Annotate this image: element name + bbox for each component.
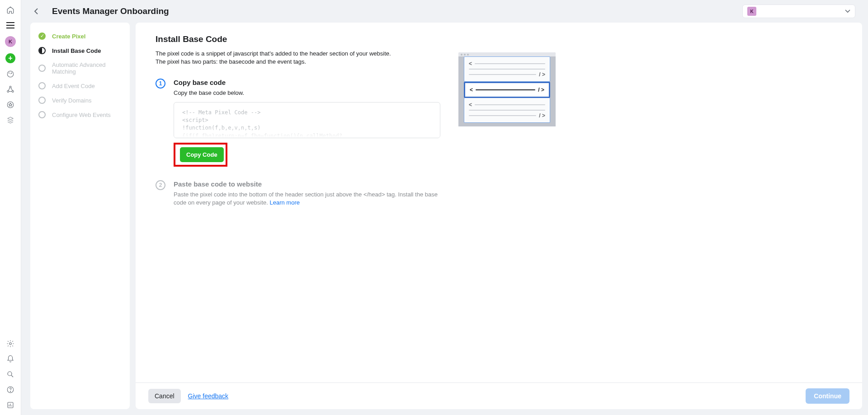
illustration-window: < / > </ > < / > xyxy=(458,52,556,126)
substep-number: 1 xyxy=(156,79,165,89)
step-label: Add Event Code xyxy=(52,83,95,89)
menu-icon[interactable] xyxy=(6,21,15,30)
step-create-pixel[interactable]: Create Pixel xyxy=(30,29,130,43)
substep-paste: 2 Paste base code to website Paste the p… xyxy=(156,180,440,207)
star-icon[interactable] xyxy=(6,100,15,109)
svg-rect-0 xyxy=(6,22,14,23)
svg-point-13 xyxy=(10,391,10,392)
substep-number: 2 xyxy=(156,180,165,190)
substep-copy: 1 Copy base code Copy the base code belo… xyxy=(156,79,440,166)
svg-point-6 xyxy=(9,86,11,88)
svg-point-4 xyxy=(9,73,9,73)
svg-rect-1 xyxy=(6,25,14,26)
svg-point-7 xyxy=(7,91,9,93)
learn-more-link[interactable]: Learn more xyxy=(269,199,299,206)
report-icon[interactable] xyxy=(6,401,15,410)
account-selector[interactable]: K xyxy=(742,5,855,18)
page-title: Events Manager Onboarding xyxy=(52,6,169,16)
svg-point-5 xyxy=(11,73,12,73)
bell-icon[interactable] xyxy=(6,354,15,364)
header: Events Manager Onboarding K xyxy=(21,0,868,23)
add-icon[interactable]: + xyxy=(5,53,15,63)
continue-button[interactable]: Continue xyxy=(806,388,849,404)
circle-icon xyxy=(38,82,46,89)
circle-icon xyxy=(38,65,46,72)
highlight-box: Copy Code xyxy=(174,143,227,167)
svg-point-11 xyxy=(8,372,12,376)
step-label: Configure Web Events xyxy=(52,112,111,118)
step-install-base-code[interactable]: Install Base Code xyxy=(30,43,130,58)
svg-point-10 xyxy=(9,343,12,345)
section-description: The pixel code is a snippet of javascrip… xyxy=(156,50,409,66)
left-rail: K + xyxy=(0,0,21,415)
svg-rect-2 xyxy=(6,28,14,28)
copy-code-button[interactable]: Copy Code xyxy=(180,147,224,162)
cancel-button[interactable]: Cancel xyxy=(148,389,181,403)
account-avatar: K xyxy=(747,7,756,16)
avatar[interactable]: K xyxy=(5,36,16,47)
gear-icon[interactable] xyxy=(6,339,15,348)
section-title: Install Base Code xyxy=(156,34,440,44)
substep-desc: Copy the base code below. xyxy=(174,89,440,97)
gauge-icon[interactable] xyxy=(6,70,15,79)
substep-desc: Paste the pixel code into the bottom of … xyxy=(174,191,440,207)
step-label: Verify Domains xyxy=(52,97,91,104)
step-configure-web-events[interactable]: Configure Web Events xyxy=(30,107,130,122)
footer: Cancel Give feedback Continue xyxy=(136,382,862,409)
substep-title: Paste base code to website xyxy=(174,180,440,188)
share-icon[interactable] xyxy=(6,85,15,94)
step-verify-domains[interactable]: Verify Domains xyxy=(30,93,130,107)
chevron-down-icon xyxy=(845,9,850,13)
circle-icon xyxy=(38,97,46,104)
main-panel: Install Base Code The pixel code is a sn… xyxy=(136,23,862,409)
home-icon[interactable] xyxy=(6,5,15,14)
stack-icon[interactable] xyxy=(6,116,15,125)
check-icon xyxy=(38,33,46,40)
half-circle-icon xyxy=(38,47,46,54)
substep-desc-text: Paste the pixel code into the bottom of … xyxy=(174,191,438,206)
give-feedback-link[interactable]: Give feedback xyxy=(188,392,229,400)
step-label: Install Base Code xyxy=(52,47,101,54)
step-add-event-code[interactable]: Add Event Code xyxy=(30,79,130,93)
illustration: < / > </ > < / > xyxy=(458,52,556,371)
step-label: Automatic Advanced Matching xyxy=(52,61,122,75)
window-bar-icon xyxy=(458,52,556,56)
back-button[interactable] xyxy=(34,5,47,18)
circle-icon xyxy=(38,111,46,118)
step-automatic-matching[interactable]: Automatic Advanced Matching xyxy=(30,58,130,79)
steps-sidebar: Create Pixel Install Base Code Automatic… xyxy=(30,23,130,409)
search-icon[interactable] xyxy=(6,370,15,379)
svg-point-8 xyxy=(12,91,14,93)
help-icon[interactable] xyxy=(6,385,15,394)
code-box[interactable]: <!-- Meta Pixel Code --> <script> !funct… xyxy=(174,102,440,138)
substep-title: Copy base code xyxy=(174,79,440,86)
step-label: Create Pixel xyxy=(52,33,85,40)
